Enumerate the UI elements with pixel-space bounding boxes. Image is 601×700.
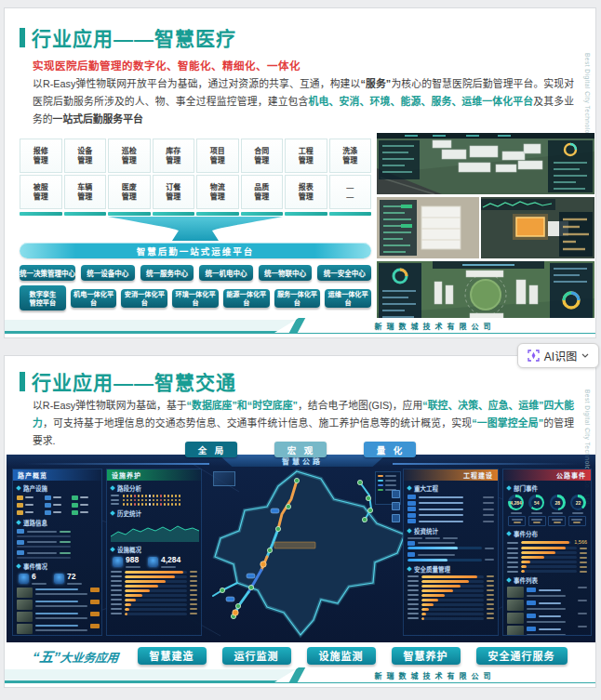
placeholder-line [580,566,587,568]
gauge: 22 [570,495,586,514]
bar-row [111,585,197,588]
investment-stats [404,537,498,561]
placeholder-line [385,484,396,486]
gauge-value: 4,284 [510,500,522,506]
placeholder-line [580,552,587,554]
placeholder-line [25,496,33,498]
placeholder-line [111,594,122,596]
module-underline [64,212,107,216]
map-tool-icon [392,514,400,522]
bar-row [407,580,494,583]
section-header: 历史统计 [111,508,197,518]
section-header: 部门事件 [507,483,587,493]
placeholder-line [190,585,197,587]
placeholder-line [407,589,419,591]
segment-dots-row [111,499,197,502]
bar-row [407,617,494,620]
placeholder-line [483,502,494,504]
biz-button: 运行监测 [222,647,291,665]
department-boxes [508,516,586,526]
bar-row [111,589,197,592]
module-cell: —— [329,175,372,209]
slide1-subtitle: 实现医院后勤管理的数字化、智能化、精细化、一体化 [33,58,300,73]
placeholder-line [53,511,61,513]
project-row [407,501,494,506]
header-wing-right [393,463,579,465]
panel-header: 工程建设 [404,469,498,481]
event-list-row [507,600,587,611]
bar-row [507,565,587,568]
building-monitor-screenshot [377,197,594,258]
investment-row [404,541,498,550]
ai-recognize-button[interactable]: AI识图 [517,343,599,368]
placeholder-line [385,480,396,482]
placeholder-line [111,495,119,496]
biz-button: 智慧建造 [138,647,207,665]
legend-row [378,480,398,482]
view-button: 量 化 [364,442,416,457]
segment-analysis [107,495,201,506]
event-list-row [507,613,587,624]
placeholder-line [578,587,587,588]
module-cell: 被服管理 [20,175,62,209]
placeholder-line [111,503,119,505]
road-info-row [13,540,101,548]
micro-stat [72,509,98,515]
placeholder-line [111,585,122,587]
project-row [407,495,494,499]
placeholder-line [531,512,542,514]
map-tool-icon [392,502,400,510]
stat-chip: 988 [113,556,140,568]
road-info-row [13,550,101,559]
placeholder-line [514,522,521,523]
placeholder-line [487,617,494,619]
placeholder-line [539,602,561,604]
section-header: 重大工程 [407,483,494,493]
module-cell: 医废管理 [108,175,151,209]
facility-stats: 9884,284 [113,556,195,568]
module-underline [20,212,62,216]
placeholder-line [17,557,71,559]
placeholder-line [126,566,140,568]
placeholder-line [407,613,419,614]
biz-buttons: 智慧建造运行监测设施监测智慧养护安全通行服务 [138,647,568,665]
paragraph-segment: 以R-Easy弹性物联网开放平台为基础，通过对资源的共享、互通，构建以 [33,78,360,89]
placeholder-line [60,552,71,554]
paragraph-segment: 一站式后勤服务平台 [53,113,143,125]
section-header: 路段分析 [111,483,197,493]
module-cell: 工程管理 [285,139,327,173]
department-gauges: 4,284542822 [508,495,586,514]
gauge: 54 [528,495,544,514]
view-mode-buttons: 全 局 宏 观 量 化 [5,442,595,457]
placeholder-line [507,571,518,573]
bar-row: 1,566 [507,540,587,545]
placeholder-line [35,593,87,595]
placeholder-line [573,522,581,523]
biz-button: 智慧养护 [392,647,461,665]
gauge-value: 54 [534,500,540,506]
ai-button-label: AI识图 [544,348,577,363]
segment-dots-row [111,503,197,506]
placeholder-line [111,571,122,573]
center-button: 统一设备中心 [81,265,135,281]
legend-row [378,484,398,486]
bar-row [407,589,494,592]
gauge-value: 22 [576,500,581,506]
event-distribution: 1,566 [503,540,591,573]
stat-value: 4,284 [161,556,180,564]
bar-row [111,575,197,578]
dept-box [508,516,526,526]
placeholder-line [190,575,197,577]
center-button: 统一决策管理中心 [20,265,75,281]
module-cell: 项目管理 [196,139,239,173]
placeholder-line [572,512,583,514]
event-card [17,588,98,598]
placeholder-line [419,502,463,504]
placeholder-line [552,519,563,521]
road-info-list [13,529,101,559]
biz-prefix: “五” [32,649,61,665]
stat-value: 6 [32,573,47,581]
chevron-down-icon[interactable] [581,353,589,358]
history-area-chart [111,520,199,542]
placeholder-line [512,519,523,521]
